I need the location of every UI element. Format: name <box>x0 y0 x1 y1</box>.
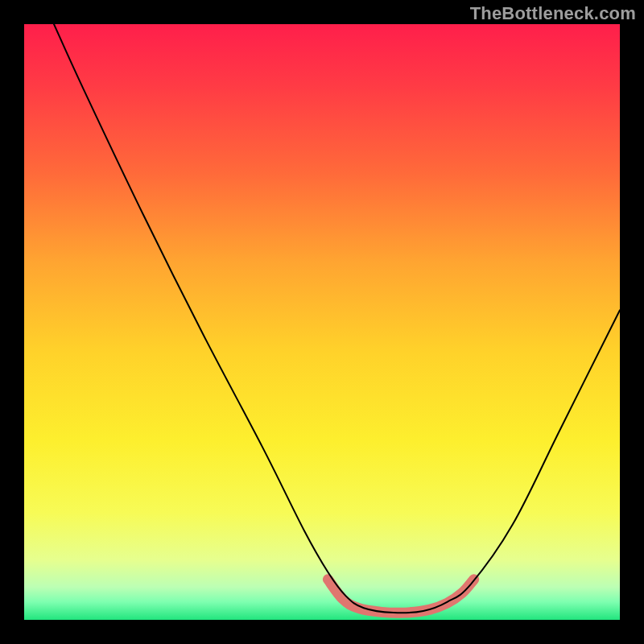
chart-svg <box>24 24 620 620</box>
watermark-text: TheBottleneck.com <box>470 3 636 24</box>
gradient-background <box>24 24 620 620</box>
plot-area <box>24 24 620 620</box>
outer-frame: TheBottleneck.com <box>0 0 644 644</box>
